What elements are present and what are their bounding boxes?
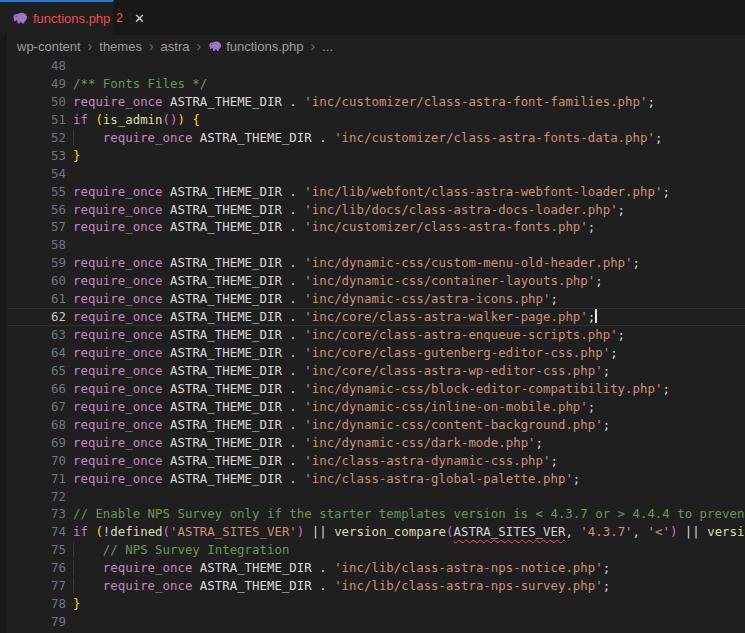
token-str: 'inc/dynamic-css/block-editor-compatibil…: [304, 381, 662, 396]
code-text: require_once ASTRA_THEME_DIR . 'inc/lib/…: [66, 559, 610, 577]
token-pl: .: [282, 453, 304, 468]
token-kw: require_once: [73, 184, 163, 199]
token-cn: ASTRA_THEME_DIR: [170, 435, 282, 450]
code-text: require_once ASTRA_THEME_DIR . 'inc/cust…: [66, 129, 662, 147]
token-fn: defined: [110, 524, 162, 539]
token-cn: ASTRA_THEME_DIR: [170, 345, 282, 360]
code-line[interactable]: 70require_once ASTRA_THEME_DIR . 'inc/cl…: [0, 452, 745, 470]
code-text: require_once ASTRA_THEME_DIR . 'inc/cust…: [66, 93, 655, 111]
code-line[interactable]: 78}: [0, 595, 745, 613]
token-pl: [192, 560, 199, 575]
code-line[interactable]: 71require_once ASTRA_THEME_DIR . 'inc/cl…: [0, 470, 745, 488]
token-pl: .: [282, 363, 304, 378]
breadcrumb-label: astra: [161, 39, 190, 54]
code-text: require_once ASTRA_THEME_DIR . 'inc/dyna…: [66, 380, 670, 398]
token-pl: ||: [304, 524, 334, 539]
code-line[interactable]: 75 // NPS Survey Integration: [0, 541, 745, 559]
code-text: [66, 488, 73, 506]
code-line[interactable]: 77 require_once ASTRA_THEME_DIR . 'inc/l…: [0, 577, 745, 595]
code-text: require_once ASTRA_THEME_DIR . 'inc/core…: [66, 326, 625, 344]
code-line[interactable]: 69require_once ASTRA_THEME_DIR . 'inc/dy…: [0, 434, 745, 452]
code-line[interactable]: 49/** Fonts Files */: [0, 75, 745, 93]
code-editor[interactable]: 4849/** Fonts Files */50require_once AST…: [0, 57, 745, 633]
token-pl: ;: [647, 94, 654, 109]
token-kw: require_once: [73, 273, 163, 288]
php-elephant-icon: [208, 39, 222, 53]
token-pl: [163, 202, 170, 217]
token-kw: require_once: [73, 435, 163, 450]
code-line[interactable]: 67require_once ASTRA_THEME_DIR . 'inc/dy…: [0, 398, 745, 416]
code-line[interactable]: 53}: [0, 147, 745, 165]
tab-close-icon[interactable]: ✕: [132, 10, 147, 27]
code-line[interactable]: 68require_once ASTRA_THEME_DIR . 'inc/dy…: [0, 416, 745, 434]
token-b1: ): [177, 112, 184, 127]
breadcrumb-item-wp-content[interactable]: wp-content: [17, 39, 81, 54]
code-line[interactable]: 60require_once ASTRA_THEME_DIR . 'inc/dy…: [0, 272, 745, 290]
code-line[interactable]: 76 require_once ASTRA_THEME_DIR . 'inc/l…: [0, 559, 745, 577]
code-line[interactable]: 64require_once ASTRA_THEME_DIR . 'inc/co…: [0, 344, 745, 362]
token-pl: ;: [603, 560, 610, 575]
token-kw: require_once: [73, 399, 163, 414]
token-pl: [192, 578, 199, 593]
token-b1: }: [73, 148, 80, 163]
token-b2: (: [163, 524, 170, 539]
breadcrumb-item--[interactable]: ...: [322, 39, 333, 54]
code-line[interactable]: 63require_once ASTRA_THEME_DIR . 'inc/co…: [0, 326, 745, 344]
token-fn: version_compare: [334, 524, 446, 539]
code-line[interactable]: 50require_once ASTRA_THEME_DIR . 'inc/cu…: [0, 93, 745, 111]
line-number: 66: [0, 380, 66, 398]
code-line[interactable]: 72: [0, 488, 745, 506]
breadcrumb-item-themes[interactable]: themes: [99, 39, 142, 54]
token-str: 'inc/dynamic-css/content-background.php': [304, 417, 602, 432]
token-kw: require_once: [73, 345, 163, 360]
code-line[interactable]: 51if (is_admin()) {: [0, 111, 745, 129]
token-str: 'inc/customizer/class-astra-fonts.php': [304, 219, 587, 234]
code-line[interactable]: 66require_once ASTRA_THEME_DIR . 'inc/dy…: [0, 380, 745, 398]
tab-functions-php[interactable]: functions.php 2 ✕: [0, 0, 114, 34]
token-cn: ASTRA_THEME_DIR: [170, 255, 282, 270]
token-kw: require_once: [73, 202, 163, 217]
code-text: [66, 165, 73, 183]
line-number: 54: [0, 165, 66, 183]
code-line[interactable]: 61require_once ASTRA_THEME_DIR . 'inc/dy…: [0, 290, 745, 308]
code-line[interactable]: 73// Enable NPS Survey only if the start…: [0, 505, 745, 523]
code-line[interactable]: 57require_once ASTRA_THEME_DIR . 'inc/cu…: [0, 218, 745, 236]
code-text: require_once ASTRA_THEME_DIR . 'inc/lib/…: [66, 201, 625, 219]
line-number: 53: [0, 147, 66, 165]
token-str: 'inc/dynamic-css/inline-on-mobile.php': [304, 399, 587, 414]
token-pl: [163, 219, 170, 234]
breadcrumb-item-astra[interactable]: astra: [161, 39, 190, 54]
token-kw: require_once: [73, 417, 163, 432]
code-line[interactable]: 54: [0, 165, 745, 183]
token-pl: ;: [536, 435, 543, 450]
code-text: if (!defined('ASTRA_SITES_VER') || versi…: [66, 523, 745, 541]
token-kw: require_once: [73, 381, 163, 396]
token-pl: .: [282, 471, 304, 486]
token-pl: ;: [633, 255, 640, 270]
token-cmt: /** Fonts Files */: [73, 76, 207, 91]
code-line[interactable]: 62require_once ASTRA_THEME_DIR . 'inc/co…: [0, 308, 745, 326]
code-line[interactable]: 52 require_once ASTRA_THEME_DIR . 'inc/c…: [0, 129, 745, 147]
code-line[interactable]: 65require_once ASTRA_THEME_DIR . 'inc/co…: [0, 362, 745, 380]
token-pl: .: [282, 202, 304, 217]
code-line[interactable]: 58: [0, 236, 745, 254]
code-line[interactable]: 79: [0, 613, 745, 631]
code-line[interactable]: 55require_once ASTRA_THEME_DIR . 'inc/li…: [0, 183, 745, 201]
line-number: 64: [0, 344, 66, 362]
breadcrumb-item-functions-php[interactable]: functions.php: [208, 39, 303, 54]
token-fn: version_c: [707, 524, 745, 539]
code-line[interactable]: 59require_once ASTRA_THEME_DIR . 'inc/dy…: [0, 254, 745, 272]
token-fn: is_admin: [103, 112, 163, 127]
token-str: '<': [648, 524, 670, 539]
token-str: 'inc/core/class-astra-wp-editor-css.php': [304, 363, 602, 378]
editor-tab-bar: functions.php 2 ✕: [0, 0, 745, 35]
code-text: require_once ASTRA_THEME_DIR . 'inc/dyna…: [66, 290, 558, 308]
token-str: 'inc/lib/class-astra-nps-survey.php': [334, 578, 603, 593]
breadcrumb-separator-icon: ›: [88, 38, 93, 54]
token-pl: ;: [588, 399, 595, 414]
code-line[interactable]: 56require_once ASTRA_THEME_DIR . 'inc/li…: [0, 201, 745, 219]
token-str: 'ASTRA_SITES_VER': [170, 524, 297, 539]
code-line[interactable]: 48: [0, 57, 745, 75]
token-str: 'inc/core/class-astra-enqueue-scripts.ph…: [304, 327, 617, 342]
code-line[interactable]: 74if (!defined('ASTRA_SITES_VER') || ver…: [0, 523, 745, 541]
